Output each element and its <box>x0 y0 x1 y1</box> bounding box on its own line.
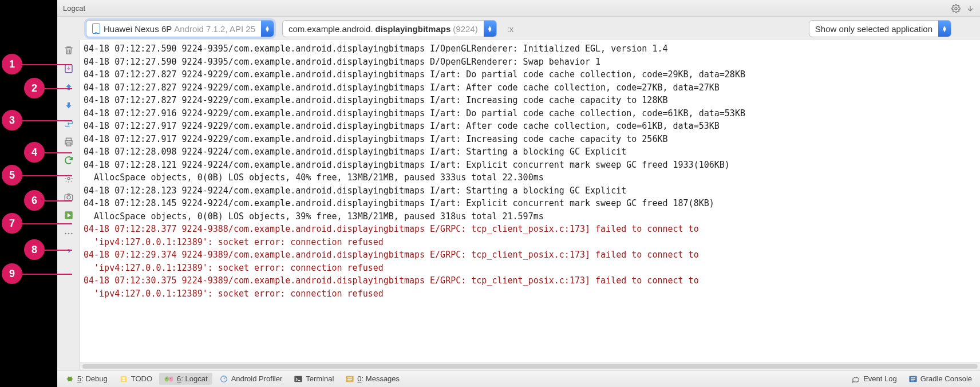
clear-log-icon[interactable] <box>61 42 77 58</box>
window-title: Logcat <box>63 4 85 13</box>
log-line: 04-18 07:12:28.145 9224-9224/com.example… <box>84 197 977 210</box>
tab-eventlog[interactable]: Event Log <box>847 373 902 385</box>
status-bar: 5: Debug TODO 6: Logcat Android Profiler… <box>57 370 980 387</box>
tab-messages[interactable]: 0: Messages <box>341 373 404 385</box>
log-line: 04-18 07:12:29.374 9224-9389/com.example… <box>84 248 977 262</box>
scroll-end-icon[interactable] <box>61 61 77 77</box>
device-detail: Android 7.1.2, API 25 <box>174 24 255 34</box>
annotation-7: 7 <box>2 213 22 234</box>
log-line: 04-18 07:12:28.098 9224-9224/com.example… <box>84 145 977 159</box>
log-line: 04-18 07:12:30.375 9224-9389/com.example… <box>84 274 977 287</box>
svg-rect-20 <box>295 376 302 382</box>
tab-logcat[interactable]: 6: Logcat <box>159 373 212 385</box>
print-icon[interactable] <box>61 134 77 150</box>
log-filter-selector[interactable]: Show only selected application ▲▼ <box>809 20 951 37</box>
log-line: 'ipv4:127.0.0.1:12389': socket error: co… <box>84 236 977 249</box>
main-area: 04-18 07:12:27.590 9224-9395/com.example… <box>57 40 980 370</box>
more-icon[interactable] <box>61 226 77 242</box>
svg-point-10 <box>68 233 69 235</box>
log-line: 04-18 07:12:27.917 9224-9229/com.example… <box>84 120 977 133</box>
toolbar <box>57 40 80 370</box>
annotation-6: 6 <box>24 190 45 211</box>
svg-point-7 <box>67 196 70 199</box>
process-name: displayingbitmaps <box>376 24 451 34</box>
log-line: 04-18 07:12:27.827 9224-9229/com.example… <box>84 94 977 107</box>
svg-point-9 <box>65 233 66 235</box>
log-line: 04-18 07:12:27.827 9224-9229/com.example… <box>84 81 977 94</box>
log-output[interactable]: 04-18 07:12:27.590 9224-9395/com.example… <box>80 40 980 362</box>
annotation-9: 9 <box>2 263 22 284</box>
tab-gradle[interactable]: Gradle Console <box>904 373 977 385</box>
annotation-8: 8 <box>24 239 45 260</box>
process-pid: (9224) <box>453 24 477 34</box>
log-line: 'ipv4:127.0.0.1:12389': socket error: co… <box>84 262 977 275</box>
svg-point-5 <box>68 177 70 180</box>
log-line: 'ipv4:127.0.0.1:12389': socket error: co… <box>84 287 977 301</box>
annotation-callouts: 123456789 <box>0 0 57 387</box>
svg-point-15 <box>165 376 169 381</box>
svg-point-18 <box>170 377 171 378</box>
filter-bar: Huawei Nexus 6P Android 7.1.2, API 25 ▲▼… <box>57 17 980 40</box>
logcat-window: Logcat Huawei Nexus 6P Android 7.1.2, AP… <box>57 0 980 387</box>
screen-record-icon[interactable] <box>61 207 77 223</box>
tab-profiler[interactable]: Android Profiler <box>215 373 287 385</box>
device-name: Huawei Nexus 6P <box>104 24 172 34</box>
up-arrow-icon[interactable] <box>61 79 77 95</box>
process-selector[interactable]: com.example.android.displayingbitmaps (9… <box>282 20 497 37</box>
horizontal-scrollbar[interactable] <box>80 362 980 370</box>
log-line: 04-18 07:12:27.827 9224-9229/com.example… <box>84 68 977 81</box>
gear-icon[interactable] <box>951 4 961 13</box>
annotation-1: 1 <box>2 54 22 74</box>
process-prefix: com.example.android. <box>289 24 373 34</box>
svg-point-16 <box>169 376 173 381</box>
titlebar: Logcat <box>57 0 980 17</box>
tab-debug[interactable]: 5: Debug <box>61 373 112 385</box>
tab-terminal[interactable]: Terminal <box>289 373 338 385</box>
log-line: AllocSpace objects, 0(0B) LOS objects, 4… <box>84 171 977 184</box>
regex-hint: :x <box>505 24 516 34</box>
svg-point-11 <box>71 233 73 235</box>
down-arrow-icon[interactable] <box>61 97 77 113</box>
log-line: 04-18 07:12:27.916 9224-9229/com.example… <box>84 107 977 120</box>
svg-point-0 <box>955 7 957 10</box>
chevron-updown-icon: ▲▼ <box>261 21 274 37</box>
screenshot-icon[interactable] <box>61 189 77 205</box>
settings-icon[interactable] <box>61 171 77 187</box>
annotation-4: 4 <box>24 142 45 163</box>
annotation-5: 5 <box>2 165 22 185</box>
device-selector[interactable]: Huawei Nexus 6P Android 7.1.2, API 25 ▲▼ <box>86 20 274 37</box>
tab-todo[interactable]: TODO <box>114 373 157 385</box>
log-filter-label: Show only selected application <box>815 24 932 34</box>
log-line: 04-18 07:12:28.121 9224-9224/com.example… <box>84 159 977 172</box>
log-line: 04-18 07:12:28.377 9224-9388/com.example… <box>84 223 977 236</box>
svg-point-17 <box>166 377 167 378</box>
annotation-3: 3 <box>2 110 22 131</box>
chevron-updown-icon: ▲▼ <box>484 21 496 37</box>
help-icon[interactable] <box>61 244 77 260</box>
log-line: AllocSpace objects, 0(0B) LOS objects, 3… <box>84 210 977 223</box>
restart-icon[interactable] <box>61 152 77 168</box>
log-line: 04-18 07:12:27.590 9224-9395/com.example… <box>84 42 977 56</box>
log-line: 04-18 07:12:27.590 9224-9395/com.example… <box>84 56 977 69</box>
log-line: 04-18 07:12:28.123 9224-9224/com.example… <box>84 184 977 198</box>
svg-point-14 <box>122 377 125 379</box>
chevron-updown-icon: ▲▼ <box>938 21 951 37</box>
hide-icon[interactable] <box>966 5 974 13</box>
log-line: 04-18 07:12:27.917 9224-9229/com.example… <box>84 133 977 146</box>
annotation-2: 2 <box>24 78 45 98</box>
soft-wrap-icon[interactable] <box>61 116 77 132</box>
phone-icon <box>92 23 100 34</box>
